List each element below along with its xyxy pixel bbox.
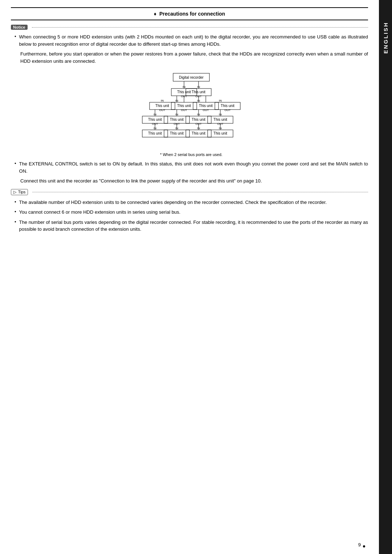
svg-text:IN: IN: [154, 113, 156, 116]
svg-text:This unit: This unit: [213, 131, 227, 135]
svg-text:IN: IN: [175, 113, 178, 116]
tips-bullet-2: • You cannot connect 6 or more HDD exten…: [15, 209, 368, 216]
svg-text:This unit: This unit: [148, 131, 162, 135]
tips-badge: ▷ Tips: [11, 189, 28, 195]
svg-text:Digital recorder: Digital recorder: [179, 75, 204, 79]
svg-text:IN: IN: [175, 99, 178, 102]
tips-bullet-1: • The available number of HDD extension …: [15, 199, 368, 206]
bottom-dot: [363, 545, 365, 547]
notice-bullet-2: • The EXTERNAL CONTROL switch is set to …: [15, 160, 368, 175]
notice-bullet-section: • When connecting 5 or more HDD extensio…: [15, 33, 368, 185]
notice-dotted-line: [32, 27, 368, 28]
svg-text:OUT: OUT: [181, 108, 187, 112]
tips-dotted-line: [32, 192, 368, 192]
tips-bullet-1-text: The available number of HDD extension un…: [19, 199, 368, 206]
diagram-caption: * When 2 serial bus ports are used.: [15, 152, 368, 157]
main-content: ♦ Precautions for connection Notice • Wh…: [0, 0, 379, 554]
tips-bullet-3-text: The number of serial bus ports varies de…: [19, 219, 368, 233]
tips-bullet-dot-1: •: [15, 199, 16, 206]
page-number: 9: [358, 542, 361, 547]
svg-text:IN: IN: [219, 113, 222, 116]
tips-bullet-dot-2: •: [15, 209, 16, 216]
svg-text:This unit: This unit: [192, 118, 205, 122]
svg-text:IN: IN: [197, 127, 200, 130]
svg-text:IN: IN: [219, 127, 222, 130]
svg-text:IN: IN: [175, 127, 178, 130]
tips-label: Tips: [18, 190, 25, 194]
page-container: ♦ Precautions for connection Notice • Wh…: [0, 0, 392, 554]
svg-text:This unit: This unit: [192, 131, 205, 135]
section-title: ♦ Precautions for connection: [11, 11, 368, 17]
svg-text:This unit: This unit: [221, 104, 234, 108]
tips-bullet-2-text: You cannot connect 6 or more HDD extensi…: [19, 209, 368, 216]
svg-text:IN: IN: [154, 127, 156, 130]
tips-bullet-3: • The number of serial bus ports varies …: [15, 219, 368, 233]
tips-bullet-dot-3: •: [15, 219, 16, 233]
svg-text:OUT: OUT: [203, 108, 209, 112]
tips-row: ▷ Tips: [11, 189, 368, 195]
svg-text:This unit: This unit: [213, 118, 227, 122]
title-bottom-line: [11, 20, 368, 20]
diamond-icon: ♦: [154, 11, 156, 17]
tips-arrow-icon: ▷: [13, 190, 16, 194]
notice-bullet-1-subtext: Furthermore, before you start operation …: [20, 50, 368, 65]
svg-text:OUT: OUT: [159, 108, 166, 112]
svg-text:This unit: This unit: [170, 118, 184, 122]
notice-bullet-1-text: When connecting 5 or more HDD extension …: [19, 33, 368, 48]
svg-text:OUT: OUT: [225, 108, 231, 112]
diagram: Digital recorder IN This unit OUT: [115, 70, 268, 150]
svg-text:IN: IN: [197, 85, 200, 89]
svg-text:IN: IN: [197, 113, 200, 116]
top-line: [11, 7, 368, 8]
bullet-dot-1: •: [15, 34, 16, 48]
svg-text:This unit: This unit: [155, 104, 169, 108]
svg-text:This unit: This unit: [192, 90, 205, 94]
svg-text:IN: IN: [219, 99, 222, 102]
sidebar-label: ENGLISH: [383, 22, 389, 54]
svg-text:This unit: This unit: [177, 104, 191, 108]
svg-text:This unit: This unit: [199, 104, 213, 108]
connection-diagram: Digital recorder IN This unit OUT: [115, 70, 268, 150]
notice-bullet-2-subtext: Connect this unit and the recorder as "C…: [20, 177, 368, 185]
notice-bullet-2-text: The EXTERNAL CONTROL switch is set to ON…: [19, 160, 368, 175]
svg-text:This unit: This unit: [177, 90, 191, 94]
svg-text:IN: IN: [161, 99, 164, 102]
section-title-text: Precautions for connection: [159, 11, 225, 17]
notice-badge: Notice: [11, 25, 28, 30]
bullet-dot-2: •: [15, 161, 16, 175]
notice-row: Notice: [11, 25, 368, 30]
notice-bullet-1: • When connecting 5 or more HDD extensio…: [15, 33, 368, 48]
tips-bullet-section: • The available number of HDD extension …: [15, 199, 368, 233]
diagram-container: Digital recorder IN This unit OUT: [15, 70, 368, 150]
svg-text:IN: IN: [183, 85, 185, 89]
svg-text:IN: IN: [197, 99, 200, 102]
svg-text:This unit: This unit: [148, 118, 162, 122]
svg-text:This unit: This unit: [170, 131, 184, 135]
sidebar-right: ENGLISH: [379, 0, 392, 554]
